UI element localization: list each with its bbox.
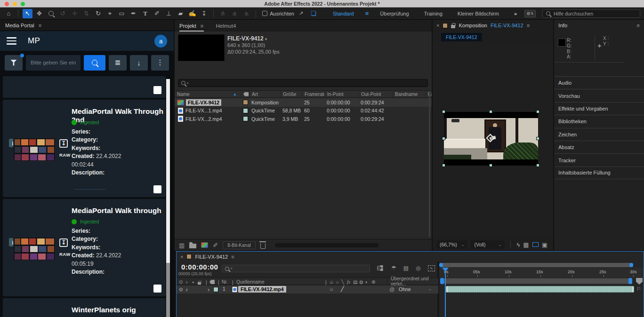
align-checkbox[interactable] (262, 11, 267, 16)
selection-handle[interactable] (442, 137, 445, 140)
layer-row[interactable]: ⊙ ♪ › 1 FILE-VX-9412.mp4 ☺ ╱ @ Ohne ⌄ (177, 285, 438, 293)
thumbnail-collage[interactable] (13, 138, 56, 161)
view-axis-mode-icon[interactable]: ⋔ (240, 8, 253, 20)
clone-stamp-tool-icon[interactable]: ⊥ (164, 9, 174, 18)
new-folder-icon[interactable] (189, 244, 196, 248)
workspace-tab-kleiner-bildschirm[interactable]: Kleiner Bildschirm (458, 11, 499, 16)
label-column-icon[interactable] (209, 280, 215, 284)
column-parent[interactable]: Übergeordnet und verkn... (387, 278, 438, 285)
avatar[interactable]: a (154, 35, 167, 48)
comp-marker-bin-icon[interactable] (636, 278, 643, 285)
adjust-icon[interactable]: ✐ (213, 242, 218, 249)
align-toggle[interactable]: Ausrichten (262, 11, 294, 16)
column-in-point[interactable]: In-Point (324, 91, 358, 97)
label-color-swatch[interactable] (243, 108, 248, 113)
panel-menu-icon[interactable]: ≡ (39, 23, 41, 28)
mask-feather-icon[interactable]: ↗ (296, 9, 306, 18)
time-ruler[interactable]: 0s 05s 10s 15s 20s 25s 30s (439, 268, 644, 277)
current-timecode[interactable]: 0:00:00:00 (181, 263, 218, 271)
collapse-transform-icon[interactable]: ☼ (335, 279, 339, 285)
brush-tool-icon[interactable]: ✐ (152, 9, 162, 18)
scrollbar-thumb[interactable] (429, 91, 430, 237)
parent-dropdown[interactable]: Ohne (399, 286, 411, 292)
column-nr[interactable]: Nr. (222, 279, 228, 285)
roto-brush-tool-icon[interactable]: ✍ (187, 9, 197, 18)
more-options-button[interactable]: ⋮ (151, 55, 169, 71)
layer-audio-icon[interactable]: ♪ (185, 287, 188, 292)
column-out-point[interactable]: Out-Point (358, 91, 392, 97)
video-visibility-icon[interactable]: ⊙ (179, 279, 183, 285)
snap-region-icon[interactable]: ❏ (311, 10, 316, 17)
panel-tab-tracker[interactable]: Tracker (554, 153, 644, 166)
workspace-overflow-chevron[interactable]: » (514, 11, 516, 16)
column-groesse[interactable]: Größe (280, 91, 302, 97)
media-search-field[interactable] (26, 55, 80, 71)
selection-handle[interactable] (442, 110, 445, 113)
tab-helmut4[interactable]: Helmut4 (216, 20, 236, 32)
effects-icon[interactable]: fx (347, 279, 350, 285)
column-kommentar[interactable]: Komme (425, 91, 432, 97)
zoom-dropdown[interactable]: (66,7%) ⌄ (436, 240, 467, 249)
minimize-window-icon[interactable] (13, 2, 17, 6)
selection-tool-icon[interactable]: ↖ (23, 9, 32, 18)
layer-visibility-icon[interactable]: ⊙ (179, 287, 183, 292)
rectangle-tool-icon[interactable]: ▭ (117, 9, 127, 18)
panel-menu-icon[interactable]: ≡ (527, 23, 530, 28)
selection-handle[interactable] (536, 137, 539, 140)
panel-tab-effekte[interactable]: Effekte und Vorgaben (554, 102, 644, 115)
media-card[interactable]: MediaPortal Walk Through 2nd Ingested Se… (3, 100, 166, 197)
motion-blur-icon[interactable]: ◎ (416, 265, 420, 271)
table-row[interactable]: FILE-VX...1.mp4 QuickTime 58,8 MB 60 0:0… (175, 107, 432, 115)
thumbnail-collage[interactable] (13, 237, 56, 261)
graph-editor-icon[interactable]: ∿ (428, 265, 435, 271)
zoom-tool-icon[interactable] (46, 9, 56, 18)
label-color-swatch[interactable] (243, 116, 248, 121)
pan-camera-tool-icon[interactable]: ✛ (70, 9, 80, 18)
local-axis-mode-icon[interactable]: ⋔ (218, 9, 228, 18)
maximize-window-icon[interactable] (21, 2, 25, 6)
column-bandname[interactable]: Bandname (392, 91, 425, 97)
panel-menu-icon[interactable]: ≡ (636, 23, 640, 28)
media-search-input[interactable] (31, 60, 76, 65)
panel-tab-bibliotheken[interactable]: Bibliotheken (554, 115, 644, 127)
selection-handle[interactable] (442, 164, 445, 167)
solo-icon[interactable]: ● (192, 280, 194, 284)
new-composition-icon[interactable] (201, 242, 208, 248)
pickwhip-icon[interactable]: @ (389, 286, 394, 292)
playhead-line[interactable] (445, 268, 446, 317)
timeline-search-field[interactable]: ▾ (222, 265, 370, 272)
comp-marker-icon[interactable]: ⚐ (636, 286, 641, 292)
media-card-partial[interactable] (3, 76, 166, 98)
selection-handle[interactable] (489, 110, 492, 113)
workspace-menu-icon[interactable]: ≡ (365, 10, 369, 17)
three-d-layer-icon[interactable]: ⊕ (371, 279, 375, 285)
region-of-interest-icon[interactable] (532, 242, 539, 247)
home-icon[interactable]: ⌂ (4, 9, 14, 18)
search-button[interactable] (84, 55, 105, 71)
panel-tab-inhaltsbasierte-fuellung[interactable]: Inhaltsbasierte Füllung (554, 166, 644, 179)
motion-blur-column-icon[interactable]: ◍ (359, 279, 363, 285)
layer-shy-icon[interactable]: ☺ (329, 286, 334, 292)
sort-asc-icon[interactable]: ▲ (233, 92, 237, 96)
rotation-tool-icon[interactable]: ↻ (93, 9, 103, 18)
hand-tool-icon[interactable]: ✥ (34, 9, 44, 18)
puppet-pin-tool-icon[interactable]: ↧ (199, 9, 209, 18)
camera-tool-icon[interactable]: ⌖ (105, 9, 115, 18)
fast-preview-icon[interactable]: ϟ (516, 241, 520, 248)
workspace-tab-training[interactable]: Training (424, 11, 443, 16)
help-search[interactable] (542, 9, 640, 18)
media-portal-tab[interactable]: Media Portal (5, 23, 34, 28)
viewer-stage[interactable] (433, 42, 553, 238)
column-quellenname[interactable]: Quellenname (236, 279, 264, 285)
composition-region-icon[interactable]: ▣ (542, 241, 547, 248)
scrollbar-track[interactable] (166, 263, 170, 317)
selection-handle[interactable] (489, 164, 492, 167)
horizontal-scrollbar[interactable] (275, 243, 378, 247)
column-name[interactable]: Name ▲ (175, 91, 241, 97)
help-search-input[interactable] (554, 11, 636, 16)
hamburger-menu-icon[interactable] (7, 37, 16, 45)
workspace-tab-ueberpruefung[interactable]: Überprüfung (380, 11, 409, 16)
download-asset-icon[interactable]: ↧ (59, 139, 68, 148)
workspace-tab-standard[interactable]: Standard (333, 11, 354, 16)
workspace-settings-icon[interactable]: ⚙⇅ (524, 10, 536, 17)
